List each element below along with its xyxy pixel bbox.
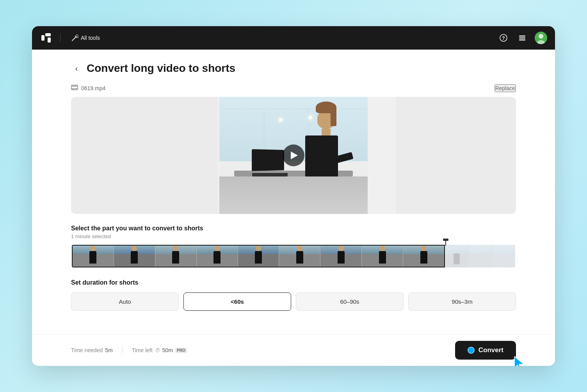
back-button[interactable]: ‹ [71,63,82,74]
duration-90s-3m-button[interactable]: 90s–3m [408,292,516,311]
svg-rect-23 [72,89,73,90]
footer-divider [122,347,123,354]
frame-person [255,251,262,264]
file-info-bar: 0619.mp4 Replace [71,84,516,92]
replace-button[interactable]: Replace [495,84,516,92]
frame-person [213,251,221,264]
svg-text:?: ? [502,36,505,41]
svg-rect-17 [71,86,78,87]
svg-line-6 [78,36,78,36]
frame-person [131,251,138,264]
pro-badge: PRO [175,348,187,353]
frame-person [89,251,96,264]
film-frame-unselected [492,245,515,267]
timeline-section: Select the part you want to convert to s… [71,225,516,268]
convert-button[interactable]: Convert [455,341,516,360]
frame-person [420,251,427,264]
svg-line-5 [76,34,77,35]
svg-rect-26 [76,89,77,90]
svg-point-14 [539,34,543,39]
film-frame [320,246,361,267]
time-left-value: 50m [162,347,173,353]
cursor-arrow-icon [513,355,527,366]
film-frame [403,246,444,267]
film-frames [73,246,444,267]
timeline-title: Select the part you want to convert to s… [71,225,516,232]
time-needed-value: 5m [105,347,112,353]
timeline-strip [71,244,516,268]
timeline-selected[interactable] [72,245,445,267]
help-button[interactable]: ? [497,32,510,44]
duration-options: Auto <60s 60–90s 90s–3m [71,292,516,311]
svg-rect-20 [74,85,75,86]
film-frame [279,246,320,267]
clock-icon: ⏱ [155,347,160,353]
svg-rect-0 [41,35,44,41]
frame-person [172,251,179,264]
main-content: ‹ Convert long video to shorts [32,50,555,334]
file-name: 0619.mp4 [71,84,105,92]
all-tools-label: All tools [81,35,100,41]
film-frame-unselected [468,245,491,267]
navbar-divider [60,33,60,43]
page-title: Convert long video to shorts [87,62,235,75]
film-frame [114,246,155,267]
menu-button[interactable] [516,32,528,44]
convert-label: Convert [478,346,503,354]
navbar-left: All tools [40,32,103,44]
svg-rect-2 [48,37,51,43]
svg-rect-21 [75,85,76,86]
svg-rect-19 [72,85,73,86]
film-frame [238,246,279,267]
convert-dot-icon [468,347,475,354]
svg-rect-1 [45,33,51,36]
footer-info: Time needed 5m Time left ⏱ 50m PRO [71,347,187,354]
film-frame [196,246,238,267]
duration-60-90s-button[interactable]: 60–90s [296,292,404,311]
navbar: All tools ? [32,26,555,50]
all-tools-button[interactable]: All tools [68,33,103,43]
duration-lt60s-button[interactable]: <60s [183,292,291,311]
video-preview [71,97,516,214]
time-left-item: Time left ⏱ 50m PRO [132,347,187,353]
play-icon [291,151,298,159]
svg-rect-11 [519,37,525,39]
frame-person [379,251,386,264]
svg-rect-18 [71,88,78,89]
frame-person [296,251,303,264]
page-header: ‹ Convert long video to shorts [71,62,516,75]
timeline-container[interactable] [71,244,516,268]
svg-rect-24 [74,89,75,90]
frame-person [338,251,345,264]
svg-line-3 [72,37,76,41]
logo-icon[interactable] [40,32,52,44]
footer: Time needed 5m Time left ⏱ 50m PRO Conve… [32,334,555,366]
play-button[interactable] [283,144,304,166]
timeline-unselected [445,245,515,267]
film-frame [155,246,196,267]
film-frame [361,246,403,267]
time-needed-label: Time needed [71,347,103,353]
timeline-subtitle: 1 minute selected [71,233,516,239]
svg-rect-25 [75,89,76,90]
file-name-text: 0619.mp4 [81,85,105,91]
duration-title: Set duration for shorts [71,279,516,286]
duration-auto-button[interactable]: Auto [71,292,179,311]
film-frame [73,246,114,267]
duration-section: Set duration for shorts Auto <60s 60–90s… [71,279,516,311]
film-icon [71,84,78,92]
avatar[interactable] [535,32,547,44]
svg-rect-12 [519,39,525,41]
time-needed-item: Time needed 5m [71,347,113,353]
navbar-right: ? [497,32,547,44]
film-frame-unselected [445,245,468,267]
svg-rect-22 [76,85,77,86]
time-left-label: Time left [132,347,153,353]
svg-rect-10 [519,36,525,37]
